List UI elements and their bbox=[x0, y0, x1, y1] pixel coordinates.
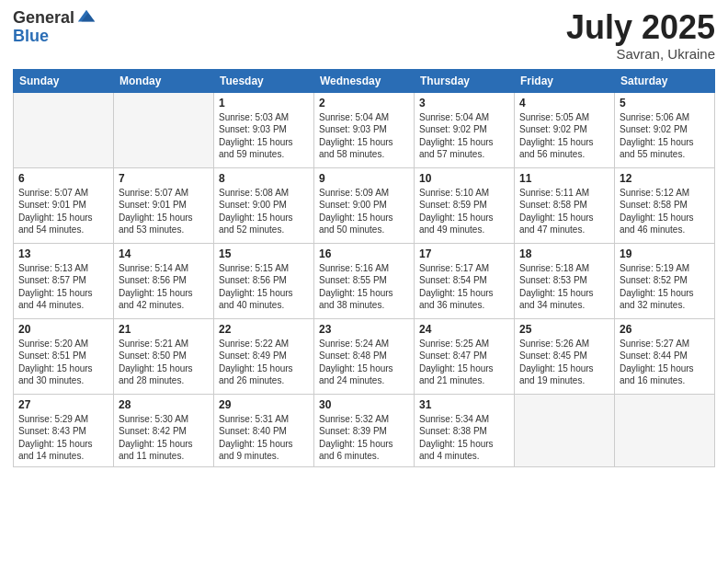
day-number: 17 bbox=[419, 247, 509, 260]
header: General Blue July 2025 Savran, Ukraine bbox=[13, 9, 715, 62]
day-number: 4 bbox=[519, 97, 609, 109]
page: General Blue July 2025 Savran, Ukraine S… bbox=[0, 0, 728, 563]
day-number: 8 bbox=[219, 172, 309, 185]
day-number: 25 bbox=[519, 323, 609, 336]
calendar-cell: 12Sunrise: 5:12 AMSunset: 8:58 PMDayligh… bbox=[615, 167, 715, 243]
calendar-cell: 23Sunrise: 5:24 AMSunset: 8:48 PMDayligh… bbox=[314, 318, 415, 394]
day-number: 11 bbox=[519, 172, 609, 185]
day-number: 20 bbox=[18, 323, 108, 336]
col-thursday: Thursday bbox=[415, 69, 515, 92]
calendar-cell: 6Sunrise: 5:07 AMSunset: 9:01 PMDaylight… bbox=[14, 167, 114, 243]
calendar-cell: 28Sunrise: 5:30 AMSunset: 8:42 PMDayligh… bbox=[114, 394, 214, 466]
day-info: Sunrise: 5:15 AMSunset: 8:56 PMDaylight:… bbox=[219, 262, 309, 312]
calendar-cell bbox=[14, 92, 114, 167]
calendar-cell: 17Sunrise: 5:17 AMSunset: 8:54 PMDayligh… bbox=[415, 243, 515, 318]
calendar-cell: 30Sunrise: 5:32 AMSunset: 8:39 PMDayligh… bbox=[314, 394, 415, 466]
day-info: Sunrise: 5:29 AMSunset: 8:43 PMDaylight:… bbox=[18, 413, 108, 463]
day-info: Sunrise: 5:08 AMSunset: 9:00 PMDaylight:… bbox=[219, 187, 309, 236]
calendar-cell: 5Sunrise: 5:06 AMSunset: 9:02 PMDaylight… bbox=[615, 92, 715, 167]
calendar-cell: 3Sunrise: 5:04 AMSunset: 9:02 PMDaylight… bbox=[415, 92, 515, 167]
logo-icon bbox=[76, 6, 97, 27]
calendar-cell: 1Sunrise: 5:03 AMSunset: 9:03 PMDaylight… bbox=[214, 92, 314, 167]
day-info: Sunrise: 5:17 AMSunset: 8:54 PMDaylight:… bbox=[419, 262, 509, 312]
day-info: Sunrise: 5:32 AMSunset: 8:39 PMDaylight:… bbox=[319, 413, 409, 463]
logo-general-text: General bbox=[13, 9, 74, 28]
calendar-cell: 26Sunrise: 5:27 AMSunset: 8:44 PMDayligh… bbox=[615, 318, 715, 394]
day-info: Sunrise: 5:13 AMSunset: 8:57 PMDaylight:… bbox=[18, 262, 108, 312]
day-number: 5 bbox=[620, 97, 710, 109]
day-info: Sunrise: 5:09 AMSunset: 9:00 PMDaylight:… bbox=[319, 187, 409, 236]
day-info: Sunrise: 5:07 AMSunset: 9:01 PMDaylight:… bbox=[119, 187, 209, 236]
day-info: Sunrise: 5:25 AMSunset: 8:47 PMDaylight:… bbox=[419, 338, 509, 387]
day-info: Sunrise: 5:16 AMSunset: 8:55 PMDaylight:… bbox=[319, 262, 409, 312]
day-number: 19 bbox=[620, 247, 710, 260]
day-number: 15 bbox=[219, 247, 309, 260]
day-number: 18 bbox=[519, 247, 609, 260]
calendar-cell: 22Sunrise: 5:22 AMSunset: 8:49 PMDayligh… bbox=[214, 318, 314, 394]
calendar-cell: 9Sunrise: 5:09 AMSunset: 9:00 PMDaylight… bbox=[314, 167, 415, 243]
day-info: Sunrise: 5:31 AMSunset: 8:40 PMDaylight:… bbox=[219, 413, 309, 463]
day-info: Sunrise: 5:21 AMSunset: 8:50 PMDaylight:… bbox=[119, 338, 209, 387]
day-info: Sunrise: 5:12 AMSunset: 8:58 PMDaylight:… bbox=[620, 187, 710, 236]
day-info: Sunrise: 5:22 AMSunset: 8:49 PMDaylight:… bbox=[219, 338, 309, 387]
logo: General Blue bbox=[13, 9, 97, 44]
col-tuesday: Tuesday bbox=[214, 69, 314, 92]
calendar-cell bbox=[114, 92, 214, 167]
day-number: 1 bbox=[219, 97, 309, 109]
day-info: Sunrise: 5:10 AMSunset: 8:59 PMDaylight:… bbox=[419, 187, 509, 236]
col-saturday: Saturday bbox=[615, 69, 715, 92]
calendar-cell: 27Sunrise: 5:29 AMSunset: 8:43 PMDayligh… bbox=[14, 394, 114, 466]
day-info: Sunrise: 5:19 AMSunset: 8:52 PMDaylight:… bbox=[620, 262, 710, 312]
day-number: 10 bbox=[419, 172, 509, 185]
calendar-cell: 20Sunrise: 5:20 AMSunset: 8:51 PMDayligh… bbox=[14, 318, 114, 394]
calendar-cell: 16Sunrise: 5:16 AMSunset: 8:55 PMDayligh… bbox=[314, 243, 415, 318]
calendar-cell: 7Sunrise: 5:07 AMSunset: 9:01 PMDaylight… bbox=[114, 167, 214, 243]
title-block: July 2025 Savran, Ukraine bbox=[566, 9, 715, 62]
day-info: Sunrise: 5:07 AMSunset: 9:01 PMDaylight:… bbox=[18, 187, 108, 236]
calendar-cell: 19Sunrise: 5:19 AMSunset: 8:52 PMDayligh… bbox=[615, 243, 715, 318]
day-number: 3 bbox=[419, 97, 509, 109]
day-info: Sunrise: 5:18 AMSunset: 8:53 PMDaylight:… bbox=[519, 262, 609, 312]
day-number: 16 bbox=[319, 247, 409, 260]
day-number: 31 bbox=[419, 398, 509, 411]
day-number: 30 bbox=[319, 398, 409, 411]
day-info: Sunrise: 5:34 AMSunset: 8:38 PMDaylight:… bbox=[419, 413, 509, 463]
day-number: 21 bbox=[119, 323, 209, 336]
calendar-cell: 8Sunrise: 5:08 AMSunset: 9:00 PMDaylight… bbox=[214, 167, 314, 243]
day-number: 9 bbox=[319, 172, 409, 185]
day-info: Sunrise: 5:06 AMSunset: 9:02 PMDaylight:… bbox=[620, 111, 710, 161]
calendar-cell: 24Sunrise: 5:25 AMSunset: 8:47 PMDayligh… bbox=[415, 318, 515, 394]
calendar-cell: 10Sunrise: 5:10 AMSunset: 8:59 PMDayligh… bbox=[415, 167, 515, 243]
calendar-location: Savran, Ukraine bbox=[566, 46, 715, 62]
calendar-cell: 21Sunrise: 5:21 AMSunset: 8:50 PMDayligh… bbox=[114, 318, 214, 394]
calendar-cell: 4Sunrise: 5:05 AMSunset: 9:02 PMDaylight… bbox=[515, 92, 615, 167]
day-info: Sunrise: 5:24 AMSunset: 8:48 PMDaylight:… bbox=[319, 338, 409, 387]
day-number: 24 bbox=[419, 323, 509, 336]
day-number: 29 bbox=[219, 398, 309, 411]
day-info: Sunrise: 5:30 AMSunset: 8:42 PMDaylight:… bbox=[119, 413, 209, 463]
col-sunday: Sunday bbox=[14, 69, 114, 92]
weekday-header-row: Sunday Monday Tuesday Wednesday Thursday… bbox=[14, 69, 715, 92]
day-number: 28 bbox=[119, 398, 209, 411]
calendar-cell: 14Sunrise: 5:14 AMSunset: 8:56 PMDayligh… bbox=[114, 243, 214, 318]
calendar-cell: 29Sunrise: 5:31 AMSunset: 8:40 PMDayligh… bbox=[214, 394, 314, 466]
day-number: 12 bbox=[620, 172, 710, 185]
day-number: 13 bbox=[18, 247, 108, 260]
calendar-cell bbox=[615, 394, 715, 466]
day-number: 14 bbox=[119, 247, 209, 260]
day-info: Sunrise: 5:20 AMSunset: 8:51 PMDaylight:… bbox=[18, 338, 108, 387]
day-info: Sunrise: 5:26 AMSunset: 8:45 PMDaylight:… bbox=[519, 338, 609, 387]
calendar-cell: 25Sunrise: 5:26 AMSunset: 8:45 PMDayligh… bbox=[515, 318, 615, 394]
calendar-title: July 2025 bbox=[566, 9, 715, 46]
calendar-cell: 13Sunrise: 5:13 AMSunset: 8:57 PMDayligh… bbox=[14, 243, 114, 318]
day-info: Sunrise: 5:05 AMSunset: 9:02 PMDaylight:… bbox=[519, 111, 609, 161]
calendar-cell: 2Sunrise: 5:04 AMSunset: 9:03 PMDaylight… bbox=[314, 92, 415, 167]
calendar-cell: 15Sunrise: 5:15 AMSunset: 8:56 PMDayligh… bbox=[214, 243, 314, 318]
calendar-cell bbox=[515, 394, 615, 466]
day-number: 7 bbox=[119, 172, 209, 185]
calendar-cell: 18Sunrise: 5:18 AMSunset: 8:53 PMDayligh… bbox=[515, 243, 615, 318]
day-info: Sunrise: 5:27 AMSunset: 8:44 PMDaylight:… bbox=[620, 338, 710, 387]
day-info: Sunrise: 5:03 AMSunset: 9:03 PMDaylight:… bbox=[219, 111, 309, 161]
col-wednesday: Wednesday bbox=[314, 69, 415, 92]
day-info: Sunrise: 5:04 AMSunset: 9:03 PMDaylight:… bbox=[319, 111, 409, 161]
